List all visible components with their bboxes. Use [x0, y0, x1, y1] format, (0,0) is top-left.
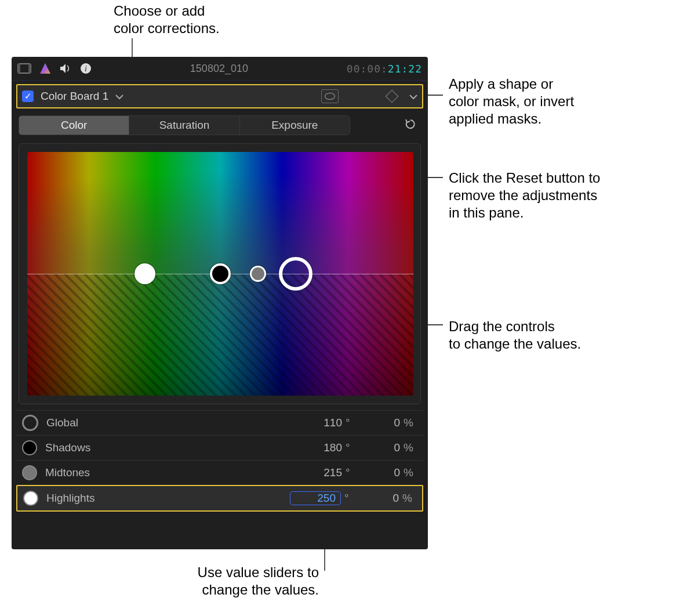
- callout-sliders: Use value sliders to change the values.: [157, 564, 319, 599]
- value-percent[interactable]: 0: [359, 441, 400, 454]
- row-global[interactable]: Global 110 ° 0 %: [16, 410, 423, 435]
- row-label: Midtones: [45, 466, 161, 479]
- tab-saturation[interactable]: Saturation: [129, 116, 239, 135]
- svg-rect-8: [18, 64, 20, 73]
- clip-timecode: 00:00:21:22: [347, 63, 422, 75]
- row-midtones[interactable]: Midtones 215 ° 0 %: [16, 460, 423, 485]
- unit-degrees: °: [342, 441, 359, 454]
- effect-name[interactable]: Color Board 1: [41, 90, 108, 103]
- keyframe-menu-chevron-icon[interactable]: [409, 90, 417, 103]
- effect-header-row: ✓ Color Board 1: [16, 84, 423, 108]
- svg-text:i: i: [85, 64, 87, 73]
- mask-button[interactable]: [321, 89, 339, 103]
- board-tabs: Color Saturation Exposure: [19, 115, 350, 135]
- row-highlights[interactable]: Highlights 250 ° 0 %: [16, 485, 423, 512]
- unit-percent: %: [400, 416, 417, 429]
- row-label: Global: [46, 416, 162, 429]
- swatch-highlights-icon: [23, 491, 38, 506]
- callout-drag: Drag the controls to change the values.: [449, 318, 646, 353]
- mask-ellipse-icon: [325, 93, 335, 100]
- color-board[interactable]: [27, 152, 413, 396]
- row-shadows[interactable]: Shadows 180 ° 0 %: [16, 435, 423, 460]
- callout-reset: Click the Reset button to remove the adj…: [449, 169, 663, 222]
- timecode-bright: 21:22: [388, 63, 422, 75]
- unit-percent: %: [400, 466, 417, 479]
- timecode-dim: 00:00:: [347, 63, 388, 75]
- video-inspector-icon[interactable]: [17, 63, 31, 74]
- value-degrees[interactable]: 215: [301, 466, 342, 479]
- row-label: Highlights: [46, 492, 162, 505]
- value-percent[interactable]: 0: [358, 492, 399, 505]
- unit-degrees: °: [342, 416, 359, 429]
- swatch-shadows-icon: [22, 440, 37, 455]
- puck-global[interactable]: [135, 263, 155, 284]
- swatch-midtones-icon: [22, 465, 37, 480]
- puck-midtones[interactable]: [250, 266, 266, 282]
- callout-mask: Apply a shape or color mask, or invert a…: [449, 75, 657, 128]
- value-degrees[interactable]: 250: [290, 491, 341, 505]
- effect-enable-checkbox[interactable]: ✓: [22, 90, 34, 102]
- puck-highlights[interactable]: [279, 257, 312, 291]
- row-label: Shadows: [45, 441, 161, 454]
- value-percent[interactable]: 0: [359, 416, 400, 429]
- effect-menu-chevron-icon[interactable]: [115, 90, 123, 103]
- unit-degrees: °: [342, 466, 359, 479]
- value-percent[interactable]: 0: [359, 466, 400, 479]
- unit-percent: %: [400, 441, 417, 454]
- reset-button[interactable]: [405, 118, 416, 133]
- inspector-topbar: i 150802_010 00:00:21:22: [12, 57, 428, 80]
- color-inspector-icon[interactable]: [39, 63, 51, 74]
- keyframe-icon[interactable]: [386, 90, 399, 103]
- tab-exposure[interactable]: Exposure: [240, 116, 350, 135]
- value-degrees[interactable]: 110: [301, 416, 342, 429]
- clip-name: 150802_010: [190, 63, 248, 75]
- svg-rect-9: [28, 64, 31, 73]
- value-rows: Global 110 ° 0 % Shadows 180 ° 0 % Midto…: [16, 410, 423, 512]
- info-inspector-icon[interactable]: i: [80, 63, 92, 74]
- color-board-container: [19, 143, 421, 404]
- puck-shadows[interactable]: [210, 263, 231, 284]
- unit-degrees: °: [341, 492, 358, 505]
- callout-choose: Choose or add color corrections.: [114, 2, 264, 37]
- tab-color[interactable]: Color: [19, 116, 129, 135]
- inspector-panel: i 150802_010 00:00:21:22 ✓ Color Board 1: [12, 57, 428, 549]
- audio-inspector-icon[interactable]: [59, 63, 72, 74]
- unit-percent: %: [399, 492, 416, 505]
- swatch-global-icon: [22, 415, 38, 431]
- svg-marker-10: [40, 63, 50, 74]
- value-degrees[interactable]: 180: [301, 441, 342, 454]
